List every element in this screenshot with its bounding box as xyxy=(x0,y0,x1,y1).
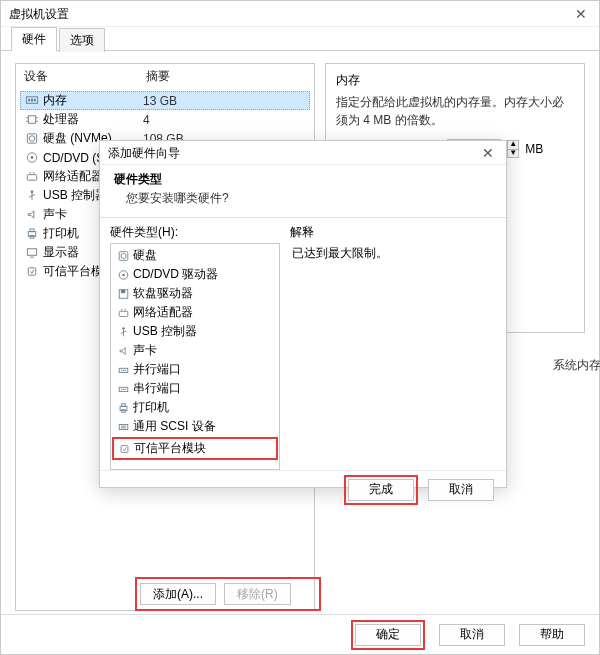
device-name: 处理器 xyxy=(43,111,143,128)
sound-icon xyxy=(116,344,130,357)
disk-icon xyxy=(116,249,130,262)
wizard-subheading: 您要安装哪类硬件? xyxy=(114,190,494,207)
wizard-cancel-button[interactable]: 取消 xyxy=(428,479,494,501)
device-summary: 13 GB xyxy=(143,94,306,108)
wizard-type-item-label: 串行端口 xyxy=(133,380,181,397)
wizard-header: 硬件类型 您要安装哪类硬件? xyxy=(100,165,506,213)
wizard-type-item-label: 打印机 xyxy=(133,399,169,416)
cancel-button[interactable]: 取消 xyxy=(439,624,505,646)
memory-unit: MB xyxy=(525,142,543,156)
wizard-type-item[interactable]: 通用 SCSI 设备 xyxy=(113,417,277,436)
wizard-type-item[interactable]: USB 控制器 xyxy=(113,322,277,341)
memory-desc: 指定分配给此虚拟机的内存量。内存大小必须为 4 MB 的倍数。 xyxy=(336,93,574,129)
wizard-titlebar: 添加硬件向导 ✕ xyxy=(100,141,506,165)
port-icon xyxy=(116,382,130,395)
wizard-type-item[interactable]: 串行端口 xyxy=(113,379,277,398)
add-hardware-wizard: 添加硬件向导 ✕ 硬件类型 您要安装哪类硬件? 硬件类型(H): 硬盘CD/DV… xyxy=(99,140,507,488)
ok-button[interactable]: 确定 xyxy=(355,624,421,646)
close-icon[interactable]: ✕ xyxy=(571,7,591,21)
wizard-type-item[interactable]: 打印机 xyxy=(113,398,277,417)
disk-icon xyxy=(24,132,39,146)
tab-bar: 硬件 选项 xyxy=(1,27,599,51)
wizard-expl-label: 解释 xyxy=(290,224,496,241)
tpm-icon xyxy=(24,265,39,279)
device-list-header: 设备 摘要 xyxy=(16,64,314,89)
wizard-heading: 硬件类型 xyxy=(114,171,494,188)
wizard-footer: 完成 取消 xyxy=(100,470,506,508)
window-title: 虚拟机设置 xyxy=(9,1,69,27)
usb-icon xyxy=(24,189,39,203)
window-titlebar: 虚拟机设置 ✕ xyxy=(1,1,599,27)
header-summary: 摘要 xyxy=(146,68,170,85)
sound-icon xyxy=(24,208,39,222)
device-summary: 4 xyxy=(143,113,306,127)
wizard-type-item[interactable]: 网络适配器 xyxy=(113,303,277,322)
system-memory-label: 系统内存 xyxy=(553,357,600,374)
usb-icon xyxy=(116,325,130,338)
wizard-type-item-label: 通用 SCSI 设备 xyxy=(133,418,216,435)
wizard-type-item-label: 可信平台模块 xyxy=(134,440,206,457)
tpm-icon xyxy=(117,442,131,455)
cpu-icon xyxy=(24,113,39,127)
wizard-type-item[interactable]: CD/DVD 驱动器 xyxy=(113,265,277,284)
wizard-type-item-label: 声卡 xyxy=(133,342,157,359)
wizard-type-list[interactable]: 硬盘CD/DVD 驱动器软盘驱动器网络适配器USB 控制器声卡并行端口串行端口打… xyxy=(110,243,280,470)
help-button[interactable]: 帮助 xyxy=(519,624,585,646)
dialog-footer: 确定 取消 帮助 xyxy=(1,614,599,654)
wizard-type-item-label: 网络适配器 xyxy=(133,304,193,321)
printer-icon xyxy=(24,227,39,241)
printer-icon xyxy=(116,401,130,414)
wizard-title: 添加硬件向导 xyxy=(108,141,180,165)
net-icon xyxy=(24,170,39,184)
device-row[interactable]: 处理器4 xyxy=(20,110,310,129)
wizard-close-icon[interactable]: ✕ xyxy=(478,146,498,160)
display-icon xyxy=(24,246,39,260)
wizard-type-item[interactable]: 硬盘 xyxy=(113,246,277,265)
cd-icon xyxy=(116,268,130,281)
wizard-type-item-label: 并行端口 xyxy=(133,361,181,378)
wizard-type-item[interactable]: 软盘驱动器 xyxy=(113,284,277,303)
wizard-type-item[interactable]: 声卡 xyxy=(113,341,277,360)
net-icon xyxy=(116,306,130,319)
tab-options[interactable]: 选项 xyxy=(59,28,105,52)
add-hardware-button[interactable]: 添加(A)... xyxy=(140,583,216,605)
memory-spinner[interactable]: ▲▼ xyxy=(507,140,519,158)
device-name: 内存 xyxy=(43,92,143,109)
wizard-type-item[interactable]: 可信平台模块 xyxy=(112,437,278,460)
wizard-type-item-label: USB 控制器 xyxy=(133,323,197,340)
wizard-type-item-label: 软盘驱动器 xyxy=(133,285,193,302)
wizard-expl-text: 已达到最大限制。 xyxy=(290,243,496,264)
memory-icon xyxy=(24,94,39,108)
wizard-type-item-label: 硬盘 xyxy=(133,247,157,264)
remove-hardware-button[interactable]: 移除(R) xyxy=(224,583,291,605)
wizard-type-item[interactable]: 并行端口 xyxy=(113,360,277,379)
port-icon xyxy=(116,363,130,376)
scsi-icon xyxy=(116,420,130,433)
floppy-icon xyxy=(116,287,130,300)
wizard-type-label: 硬件类型(H): xyxy=(110,224,280,241)
wizard-finish-button[interactable]: 完成 xyxy=(348,479,414,501)
memory-title: 内存 xyxy=(336,72,574,89)
header-device: 设备 xyxy=(24,68,146,85)
cd-icon xyxy=(24,151,39,165)
device-row[interactable]: 内存13 GB xyxy=(20,91,310,110)
wizard-type-item-label: CD/DVD 驱动器 xyxy=(133,266,218,283)
tab-hardware[interactable]: 硬件 xyxy=(11,27,57,51)
add-remove-group: 添加(A)... 移除(R) xyxy=(135,577,321,611)
